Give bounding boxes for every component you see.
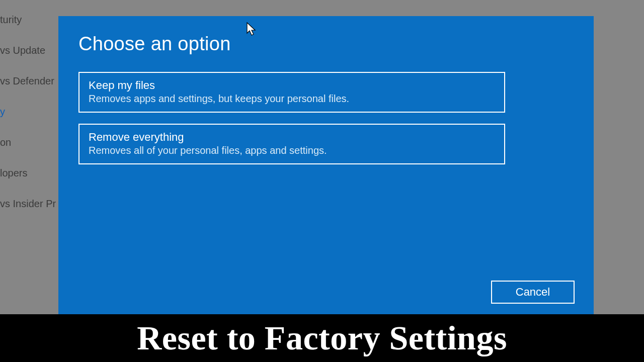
- sidebar-item-windows-defender[interactable]: vs Defender: [0, 70, 60, 92]
- sidebar-item-developers[interactable]: lopers: [0, 162, 60, 184]
- sidebar-item-activation[interactable]: on: [0, 132, 60, 153]
- option-title: Remove everything: [89, 131, 495, 144]
- sidebar-item-recovery[interactable]: y: [0, 101, 60, 123]
- option-title: Keep my files: [89, 79, 495, 92]
- reset-pc-dialog: Choose an option Keep my files Removes a…: [58, 16, 594, 316]
- dialog-title: Choose an option: [78, 33, 574, 55]
- cancel-button[interactable]: Cancel: [491, 281, 575, 304]
- settings-sidebar: turity vs Update vs Defender y on lopers…: [0, 0, 60, 314]
- option-desc: Removes apps and settings, but keeps you…: [89, 93, 495, 105]
- option-remove-everything[interactable]: Remove everything Removes all of your pe…: [78, 124, 505, 164]
- option-keep-my-files[interactable]: Keep my files Removes apps and settings,…: [78, 72, 505, 113]
- option-desc: Removes all of your personal files, apps…: [89, 145, 495, 156]
- sidebar-item-windows-insider[interactable]: vs Insider Pr: [0, 193, 60, 215]
- video-caption: Reset to Factory Settings: [0, 314, 644, 362]
- sidebar-item-security[interactable]: turity: [0, 9, 60, 31]
- sidebar-item-windows-update[interactable]: vs Update: [0, 40, 60, 61]
